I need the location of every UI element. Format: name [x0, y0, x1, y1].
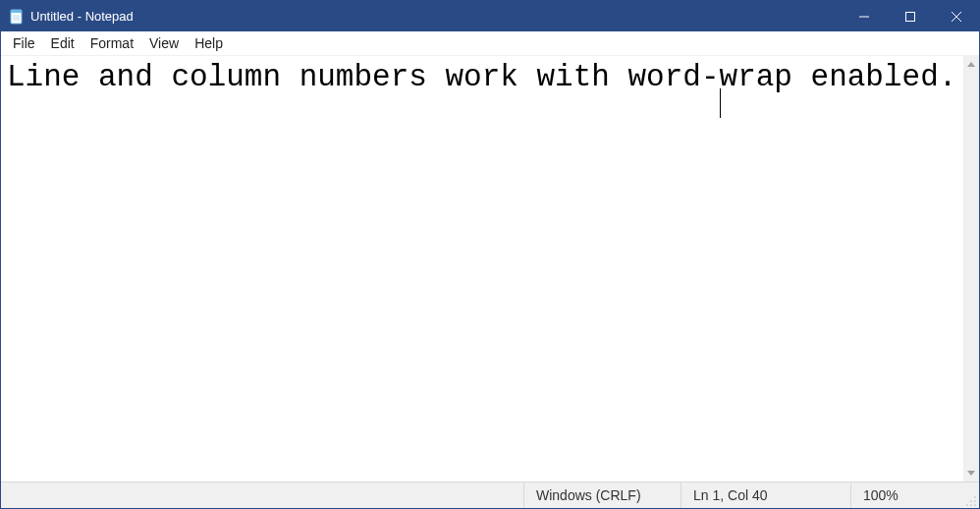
svg-point-13: [970, 500, 972, 502]
menu-view[interactable]: View: [141, 31, 187, 56]
menu-file[interactable]: File: [5, 31, 43, 56]
status-line-ending: Windows (CRLF): [524, 482, 681, 508]
status-zoom: 100%: [851, 482, 979, 508]
status-cursor-position-label: Ln 1, Col 40: [693, 487, 768, 503]
text-before-caret: Line and column numbers work with word-: [7, 60, 720, 94]
svg-rect-1: [11, 10, 22, 13]
svg-point-16: [966, 504, 968, 506]
menu-edit[interactable]: Edit: [43, 31, 82, 56]
statusbar-spacer: [1, 482, 524, 508]
svg-point-14: [974, 504, 976, 506]
window-title: Untitled - Notepad: [30, 9, 134, 24]
menubar: File Edit Format View Help: [1, 31, 979, 56]
scroll-up-arrow-icon[interactable]: [963, 56, 979, 73]
notepad-icon: [9, 9, 25, 25]
scrollbar-track[interactable]: [963, 73, 979, 465]
titlebar[interactable]: Untitled - Notepad: [1, 1, 979, 31]
text-editor[interactable]: Line and column numbers work with word-w…: [1, 56, 962, 481]
vertical-scrollbar[interactable]: [962, 56, 979, 481]
svg-point-11: [974, 496, 976, 498]
status-line-ending-label: Windows (CRLF): [536, 487, 641, 503]
menu-format[interactable]: Format: [82, 31, 141, 56]
statusbar: Windows (CRLF) Ln 1, Col 40 100%: [1, 481, 979, 508]
status-zoom-label: 100%: [863, 487, 898, 503]
svg-rect-6: [905, 12, 914, 21]
window-controls: [841, 1, 979, 31]
menu-help[interactable]: Help: [187, 31, 231, 56]
svg-marker-9: [967, 62, 975, 67]
svg-point-12: [974, 500, 976, 502]
svg-marker-10: [967, 471, 975, 476]
text-after-caret: wrap enabled.: [720, 60, 957, 94]
editor-container: Line and column numbers work with word-w…: [1, 56, 979, 481]
close-button[interactable]: [933, 1, 979, 31]
notepad-window: Untitled - Notepad File Edit Format View…: [0, 0, 980, 509]
status-cursor-position: Ln 1, Col 40: [681, 482, 851, 508]
svg-point-15: [970, 504, 972, 506]
minimize-button[interactable]: [841, 1, 887, 31]
scroll-down-arrow-icon[interactable]: [963, 465, 979, 481]
resize-grip-icon[interactable]: [965, 494, 977, 506]
maximize-button[interactable]: [887, 1, 933, 31]
